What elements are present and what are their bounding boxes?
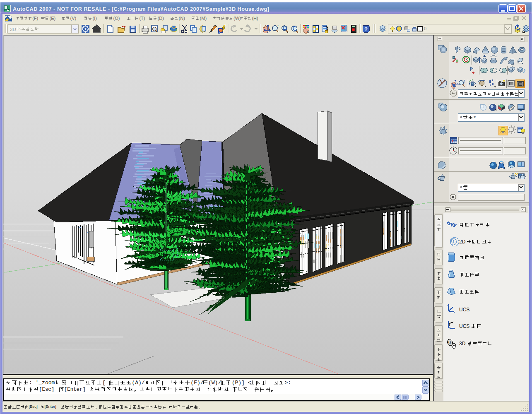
svg-text:[Enter]: [Enter] (44, 404, 56, 409)
svg-text:(A)/: (A)/ (132, 380, 144, 386)
svg-text:A: A (306, 30, 309, 34)
svg-text:AutoCAD 2007 - NOT FOR RESALE: AutoCAD 2007 - NOT FOR RESALE - [C:¥Prog… (13, 6, 269, 12)
svg-text:*: * (474, 115, 476, 121)
svg-text:±: ± (277, 24, 279, 28)
svg-text:[Esc]: [Esc] (29, 404, 38, 409)
svg-text:[: [ (102, 380, 106, 386)
svg-text:(N): (N) (179, 16, 185, 21)
svg-text:(F): (F) (32, 16, 38, 21)
svg-text:3D: 3D (10, 27, 16, 32)
svg-text:(O): (O) (113, 16, 120, 21)
svg-text:(M): (M) (200, 16, 207, 21)
svg-text:(H): (H) (252, 16, 258, 21)
svg-text:?: ? (364, 26, 368, 32)
svg-text:UCS: UCS (459, 307, 469, 313)
svg-text:(E)/: (E)/ (190, 380, 203, 386)
svg-text:0: 0 (448, 340, 451, 345)
svg-text:2D: 2D (459, 239, 466, 245)
svg-text:(E): (E) (50, 16, 56, 21)
svg-text:(T): (T) (139, 16, 145, 21)
svg-text:(W)/: (W)/ (208, 380, 221, 386)
svg-text:(D): (D) (158, 16, 164, 21)
svg-text:0: 0 (424, 26, 426, 31)
svg-text:(P)] <: (P)] < (232, 380, 251, 386)
svg-text:3D: 3D (459, 341, 466, 347)
svg-text:(W): (W) (234, 16, 241, 21)
svg-text:>:: >: (285, 380, 291, 386)
svg-text:: '_zoom: : '_zoom (29, 380, 55, 386)
svg-text:*: * (460, 185, 462, 191)
svg-text:[Enter]: [Enter] (64, 387, 86, 392)
svg-text:*: * (460, 115, 462, 121)
svg-text:UCS: UCS (459, 323, 469, 329)
svg-text:[Esc]: [Esc] (39, 387, 54, 392)
svg-text:(V): (V) (70, 16, 77, 21)
svg-text:(I): (I) (93, 16, 97, 21)
svg-text:±: ± (463, 79, 465, 83)
